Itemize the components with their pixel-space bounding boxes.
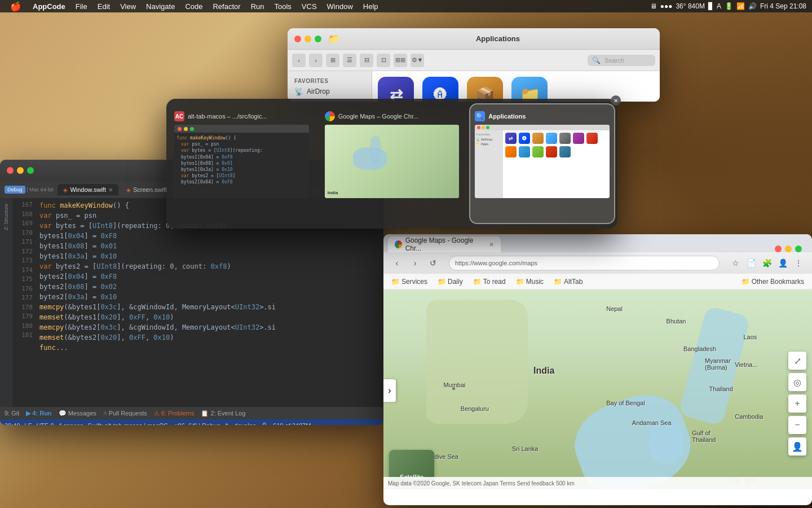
- line-178: 178: [15, 303, 33, 313]
- appcode-status-bar: 30:40 LF UTF-8 4 spaces Swift: alt-tab-m…: [0, 419, 383, 425]
- menubar-window[interactable]: Window: [323, 1, 358, 12]
- finder-sidebar-airdrop-label: AirDrop: [307, 87, 330, 95]
- appcode-thumbnail: func makeKeyWindow() { var psn_ = psn va…: [174, 125, 309, 198]
- apple-menu[interactable]: 🍎: [5, 0, 27, 13]
- chrome-extensions-button[interactable]: 🧩: [760, 256, 774, 270]
- app-icon-alttab[interactable]: ⇄: [378, 77, 414, 102]
- finder-titlebar: 📁 Applications: [288, 28, 660, 50]
- bookmark-toread[interactable]: 📁 To read: [470, 277, 509, 287]
- bookmark-folder-icon-music: 📁: [516, 278, 524, 286]
- finder-close-button[interactable]: [294, 36, 301, 42]
- menubar-tools[interactable]: Tools: [270, 1, 295, 12]
- chrome-reload-button[interactable]: ↺: [426, 256, 440, 270]
- tab-event-log[interactable]: 📋 2: Event Log: [201, 410, 245, 417]
- menubar-datetime: Fri 4 Sep 21:08: [760, 2, 806, 10]
- bookmark-daily[interactable]: 📁 Daily: [434, 277, 466, 287]
- tab-close-icon[interactable]: ✕: [108, 187, 113, 193]
- finder-back-button[interactable]: ‹: [292, 54, 306, 67]
- finder-grid-button[interactable]: ⊞⊞: [394, 54, 407, 67]
- menubar-help[interactable]: Help: [359, 1, 383, 12]
- thumb-app4: [546, 133, 557, 144]
- menubar-navigate[interactable]: Navigate: [142, 1, 179, 12]
- finder-sidebar-airdrop[interactable]: 📡 AirDrop: [288, 85, 372, 98]
- chrome-maximize-button[interactable]: [795, 246, 802, 252]
- bookmark-alttab[interactable]: 📁 AltTab: [550, 277, 586, 287]
- switcher-tab-chrome[interactable]: Google Maps – Google Chr... India: [320, 104, 464, 223]
- map-streetview-button[interactable]: 👤: [788, 437, 806, 456]
- finder-search-box[interactable]: 🔍 Search: [588, 55, 655, 66]
- thumb-close: [178, 127, 182, 131]
- app-icon-appcleaner[interactable]: 📦: [467, 77, 503, 102]
- chrome-forward-button[interactable]: ›: [408, 256, 422, 270]
- chrome-active-tab[interactable]: Google Maps - Google Chr... ✕: [388, 237, 501, 252]
- menubar-appname[interactable]: AppCode: [28, 1, 70, 12]
- menubar-view[interactable]: View: [116, 1, 140, 12]
- chrome-tab-close[interactable]: ✕: [489, 241, 494, 248]
- app-icon-folder[interactable]: 📁: [511, 77, 548, 102]
- menubar-vcs[interactable]: VCS: [297, 1, 321, 12]
- thumb-app2-icon: 🅐: [522, 136, 527, 141]
- chrome-close-button[interactable]: [775, 246, 782, 252]
- menubar-file[interactable]: File: [71, 1, 92, 12]
- finder-gallery-view-button[interactable]: ⊡: [377, 54, 390, 67]
- menubar-font-icon: A: [717, 2, 721, 10]
- appcode-close-button[interactable]: [7, 167, 14, 174]
- menubar-stats: ▊: [708, 2, 713, 10]
- menubar-run[interactable]: Run: [246, 1, 269, 12]
- other-bookmarks: 📁 Other Bookmarks: [738, 277, 807, 287]
- code-editor[interactable]: func makeKeyWindow() { var psn_ = psn va…: [35, 198, 383, 407]
- maps-bg: [325, 125, 460, 198]
- menubar-edit[interactable]: Edit: [93, 1, 114, 12]
- chrome-back-button[interactable]: ‹: [390, 256, 404, 270]
- tab-pull-requests[interactable]: ⑃ Pull Requests: [103, 410, 147, 417]
- chrome-extension-pdf[interactable]: 📄: [744, 256, 758, 270]
- tab-messages[interactable]: 💬 Messages: [59, 410, 96, 417]
- thumb-finder-body: Favorites 📡 AirDrop 📁 Apps ⇄ 🅐: [475, 130, 610, 198]
- chrome-menu-button[interactable]: ⋮: [792, 256, 805, 270]
- appcode-maximize-button[interactable]: [27, 167, 34, 174]
- finder-tab-close-button[interactable]: ✕: [611, 95, 621, 106]
- map-zoom-in-button[interactable]: +: [788, 395, 806, 413]
- thumb-finder-sidebar: Favorites 📡 AirDrop 📁 Apps: [475, 130, 503, 198]
- bookmark-services[interactable]: 📁 Services: [388, 277, 431, 287]
- code-line-174: bytes2[0x04] = 0xF8: [39, 271, 379, 282]
- map-zoom-out-button[interactable]: −: [788, 416, 806, 434]
- map-fullscreen-button[interactable]: ⤢: [788, 352, 806, 370]
- finder-window-controls: [294, 36, 321, 42]
- tab-problems[interactable]: ⚠ 6: Problems: [154, 410, 195, 417]
- bookmark-other[interactable]: 📁 Other Bookmarks: [738, 277, 807, 287]
- chrome-star-button[interactable]: ☆: [729, 256, 742, 270]
- chrome-account-button[interactable]: 👤: [776, 256, 789, 270]
- tab-run[interactable]: ▶ 4: Run: [26, 410, 51, 417]
- chrome-minimize-button[interactable]: [785, 246, 792, 252]
- editor-area: Z: Structure 167 168 169 170 171 172 173…: [0, 198, 383, 407]
- finder-action-button[interactable]: ⚙▼: [411, 54, 424, 67]
- thumb-max: [190, 127, 194, 131]
- finder-icon-view-button[interactable]: ⊞: [326, 54, 339, 67]
- tab-git[interactable]: 9: Git: [5, 410, 19, 417]
- finder-list-view-button[interactable]: ☰: [343, 54, 356, 67]
- menubar-code[interactable]: Code: [180, 1, 207, 12]
- switcher-tab-finder-header: 🔍 Applications: [475, 111, 610, 121]
- appcode-minimize-button[interactable]: [17, 167, 24, 174]
- thumb-india-label: India: [328, 190, 338, 195]
- switcher-tab-finder[interactable]: 🔍 Applications Favorites 📡 AirDrop 📁 App…: [470, 104, 614, 223]
- finder-maximize-button[interactable]: [315, 36, 321, 42]
- map-sidebar-toggle[interactable]: ›: [383, 379, 396, 402]
- finder-column-view-button[interactable]: ⊟: [360, 54, 373, 67]
- switcher-tab-appcode[interactable]: AC alt-tab-macos – .../src/logic... func…: [170, 104, 314, 223]
- appcode-tab-window-swift[interactable]: ◈ Window.swift ✕: [58, 184, 118, 195]
- bookmark-music[interactable]: 📁 Music: [513, 277, 547, 287]
- folder-app-icon: 📁: [511, 77, 548, 102]
- switcher-tab-chrome-title: Google Maps – Google Chr...: [338, 113, 418, 120]
- menubar-refactor[interactable]: Refactor: [208, 1, 245, 12]
- app-icon-appstore[interactable]: 🅐: [422, 77, 458, 102]
- switcher-tab-chrome-wrapper: Google Maps – Google Chr... India: [317, 99, 467, 229]
- finder-forward-button[interactable]: ›: [309, 54, 323, 67]
- map-compass-button[interactable]: ◎: [788, 373, 806, 391]
- chrome-omnibox[interactable]: https://www.google.com/maps: [449, 256, 720, 270]
- status-branch: develop: [235, 422, 257, 425]
- thumb-finder-titlebar: [475, 125, 610, 130]
- thumb-app12: [559, 146, 571, 157]
- finder-minimize-button[interactable]: [304, 36, 311, 42]
